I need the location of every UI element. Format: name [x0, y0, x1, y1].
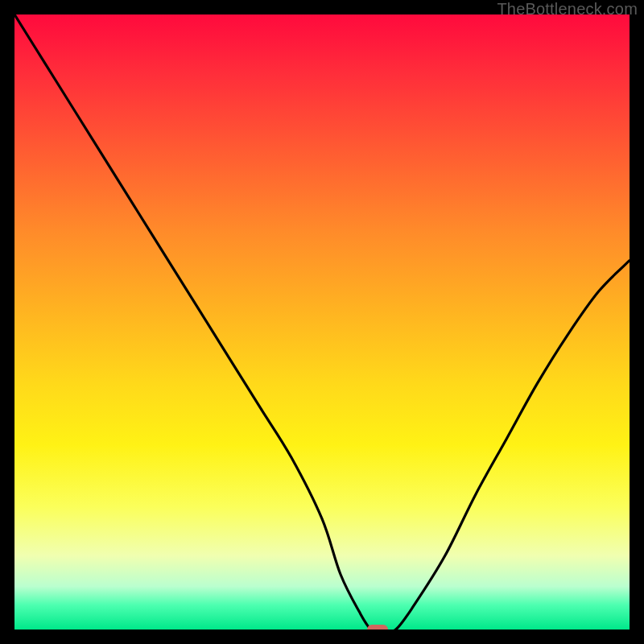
- bottleneck-curve: [14, 14, 630, 630]
- plot-area: [14, 14, 630, 630]
- chart-frame: TheBottleneck.com: [0, 0, 644, 644]
- optimal-marker: [367, 625, 388, 630]
